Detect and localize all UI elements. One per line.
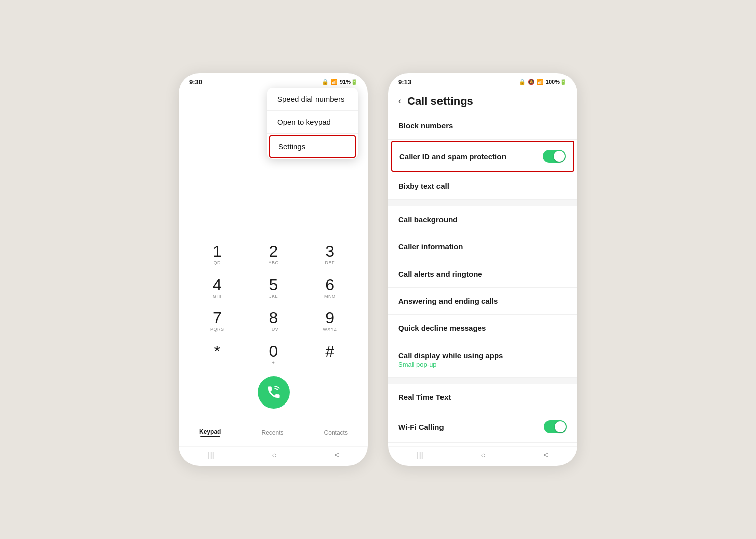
status-bar-settings: 9:13 🔒 🔕 📶 100%🔋 <box>388 73 577 88</box>
call-button[interactable] <box>258 376 290 409</box>
key-digit-3: 3 <box>325 243 334 259</box>
key-digit-star: * <box>214 343 220 359</box>
key-digit-hash: # <box>325 343 334 359</box>
dropdown-settings[interactable]: Settings <box>269 135 356 158</box>
setting-caller-id[interactable]: Caller ID and spam protection <box>391 141 574 172</box>
dialer-content: Speed dial numbers Open to keypad Settin… <box>179 88 368 466</box>
setting-call-background[interactable]: Call background <box>388 206 577 233</box>
tab-recents[interactable]: Recents <box>251 427 293 438</box>
status-icons-settings: 🔒 🔕 📶 100%🔋 <box>519 79 567 85</box>
caller-id-toggle[interactable] <box>543 150 566 163</box>
tab-keypad[interactable]: Keypad <box>189 426 231 439</box>
answering-label: Answering and ending calls <box>398 297 498 305</box>
key-letters-1: QD <box>214 260 221 266</box>
nav-recent-settings[interactable]: < <box>543 451 548 460</box>
key-digit-8: 8 <box>269 310 278 326</box>
key-letters-4: GHI <box>213 294 222 300</box>
key-letters-9: WXYZ <box>323 327 337 333</box>
phone-settings: 9:13 🔒 🔕 📶 100%🔋 ‹ Call settings Block n… <box>388 73 577 466</box>
tab-keypad-underline <box>200 436 220 437</box>
status-icons-dialer: 🔒 📶 91%🔋 <box>322 79 358 85</box>
setting-decline-msgs[interactable]: Quick decline messages <box>388 315 577 342</box>
time-dialer: 9:30 <box>189 78 202 86</box>
setting-rtt[interactable]: Real Time Text <box>388 384 577 411</box>
rtt-label: Real Time Text <box>398 393 451 401</box>
phone-icon <box>266 385 281 400</box>
key-digit-2: 2 <box>269 243 278 259</box>
block-numbers-label: Block numbers <box>398 121 453 130</box>
tab-keypad-label: Keypad <box>199 428 221 435</box>
key-3[interactable]: 3 DEF <box>301 238 358 272</box>
wifi-icon: 📶 <box>537 79 544 85</box>
call-display-sublabel: Small pop-up <box>398 361 503 368</box>
setting-bixby[interactable]: Bixby text call <box>388 173 577 200</box>
key-letters-5: JKL <box>269 294 278 300</box>
caller-info-label: Caller information <box>398 242 463 251</box>
battery-full: 100%🔋 <box>546 79 567 85</box>
dropdown-speed-dial[interactable]: Speed dial numbers <box>267 88 358 111</box>
setting-wifi-calling[interactable]: Wi-Fi Calling <box>388 411 577 443</box>
key-letters-7: PQRS <box>210 327 224 333</box>
time-settings: 9:13 <box>398 78 411 86</box>
nav-home-settings[interactable]: ○ <box>481 451 486 460</box>
key-digit-1: 1 <box>213 243 222 259</box>
keypad-grid: 1 QD 2 ABC 3 DEF 4 GHI <box>179 238 368 371</box>
signal-icon: 📶 <box>331 79 338 85</box>
key-2[interactable]: 2 ABC <box>245 238 302 272</box>
key-digit-0: 0 <box>269 343 278 359</box>
key-9[interactable]: 9 WXYZ <box>301 305 358 338</box>
key-6[interactable]: 6 MNO <box>301 272 358 305</box>
key-letters-3: DEF <box>325 260 335 266</box>
battery-icon: 🔒 <box>322 79 329 85</box>
dropdown-menu: Speed dial numbers Open to keypad Settin… <box>267 88 358 159</box>
android-nav-settings: ||| ○ < <box>388 446 577 466</box>
key-star[interactable]: * <box>189 338 245 371</box>
key-digit-4: 4 <box>213 277 222 293</box>
setting-block-numbers[interactable]: Block numbers <box>388 112 577 140</box>
wifi-calling-toggle[interactable] <box>544 420 567 433</box>
setting-call-display[interactable]: Call display while using apps Small pop-… <box>388 342 577 378</box>
status-bar-dialer: 9:30 🔒 📶 91%🔋 <box>179 73 368 88</box>
key-digit-9: 9 <box>325 310 334 326</box>
nav-back-settings[interactable]: ||| <box>417 451 423 460</box>
bixby-label: Bixby text call <box>398 182 449 190</box>
setting-answering[interactable]: Answering and ending calls <box>388 288 577 315</box>
battery-level: 91%🔋 <box>340 79 358 85</box>
tab-contacts[interactable]: Contacts <box>314 427 358 438</box>
call-display-label: Call display while using apps <box>398 351 503 360</box>
settings-header: ‹ Call settings <box>388 88 577 112</box>
key-letters-0: + <box>272 360 275 366</box>
wifi-calling-label: Wi-Fi Calling <box>398 423 444 431</box>
key-digit-6: 6 <box>325 277 334 293</box>
key-5[interactable]: 5 JKL <box>245 272 302 305</box>
key-0[interactable]: 0 + <box>245 338 302 371</box>
setting-call-alerts[interactable]: Call alerts and ringtone <box>388 260 577 288</box>
key-1[interactable]: 1 QD <box>189 238 245 272</box>
key-7[interactable]: 7 PQRS <box>189 305 245 338</box>
call-background-label: Call background <box>398 215 458 224</box>
call-alerts-label: Call alerts and ringtone <box>398 270 482 278</box>
nav-recent-icon[interactable]: < <box>334 451 339 460</box>
call-button-area <box>179 371 368 417</box>
key-digit-5: 5 <box>269 277 278 293</box>
setting-voicemail[interactable]: Voicemail <box>388 443 577 446</box>
section-gap-1 <box>388 200 577 206</box>
setting-caller-info[interactable]: Caller information <box>388 233 577 260</box>
android-nav-dialer: ||| ○ < <box>179 446 368 466</box>
key-letters-2: ABC <box>268 260 278 266</box>
tab-contacts-label: Contacts <box>324 429 348 436</box>
settings-page-title: Call settings <box>407 95 473 108</box>
dropdown-open-keypad[interactable]: Open to keypad <box>267 111 358 134</box>
nav-home-icon[interactable]: ○ <box>272 451 277 460</box>
key-digit-7: 7 <box>213 310 222 326</box>
tab-recents-label: Recents <box>261 429 283 436</box>
phones-container: 9:30 🔒 📶 91%🔋 Speed dial numbers Open to… <box>179 73 577 466</box>
key-8[interactable]: 8 TUV <box>245 305 302 338</box>
caller-id-label: Caller ID and spam protection <box>399 152 507 161</box>
bottom-nav-tabs: Keypad Recents Contacts <box>179 422 368 446</box>
nav-back-icon[interactable]: ||| <box>208 451 214 460</box>
back-button[interactable]: ‹ <box>396 94 403 108</box>
key-4[interactable]: 4 GHI <box>189 272 245 305</box>
key-letters-6: MNO <box>324 294 336 300</box>
key-hash[interactable]: # <box>301 338 358 371</box>
